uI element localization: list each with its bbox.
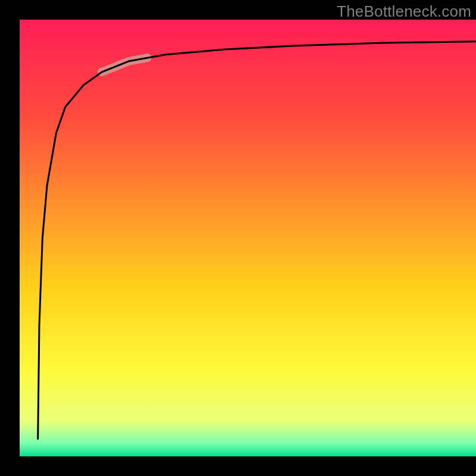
chart-svg xyxy=(0,0,476,476)
chart-container: TheBottleneck.com xyxy=(0,0,476,476)
plot-background-gradient xyxy=(20,20,476,456)
attribution-label: TheBottleneck.com xyxy=(337,2,471,21)
